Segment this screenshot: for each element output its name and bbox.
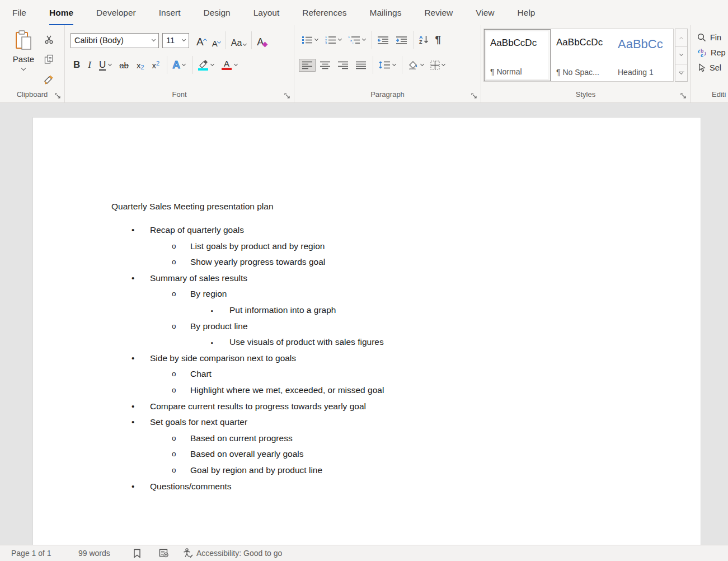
list-bullet: • <box>131 479 134 495</box>
format-painter-button[interactable] <box>41 72 56 87</box>
style-no-spacing[interactable]: AaBbCcDc ¶ No Spac... <box>551 29 612 81</box>
numbering-button[interactable]: 1 2 3 <box>322 33 344 46</box>
document-line: oBy product line <box>33 319 701 335</box>
increase-indent-button[interactable] <box>393 34 410 46</box>
document-page[interactable]: Quarterly Sales Meeting presentation pla… <box>32 117 701 545</box>
show-formatting-marks-button[interactable]: ¶ <box>433 31 444 48</box>
shading-button[interactable] <box>405 58 426 72</box>
list-item-text: Use visuals of product with sales figure… <box>229 337 384 347</box>
format-painter-brush-icon <box>44 74 54 85</box>
change-case-button[interactable]: Aa <box>228 32 250 48</box>
bold-button[interactable]: B <box>71 57 83 73</box>
menu-tab-file[interactable]: File <box>12 0 26 25</box>
copy-button[interactable] <box>41 52 56 67</box>
accessibility-checker-button[interactable]: Accessibility: Good to go <box>182 548 282 558</box>
align-center-button[interactable] <box>317 59 334 72</box>
borders-button[interactable] <box>428 58 448 72</box>
list-bullet: o <box>172 239 176 255</box>
bookmark-icon <box>133 549 142 558</box>
menu-tab-references[interactable]: References <box>302 0 346 25</box>
styles-gallery-more-button[interactable] <box>675 64 688 82</box>
superscript-button[interactable]: x2 <box>149 57 163 73</box>
menu-tab-home[interactable]: Home <box>49 0 73 25</box>
cut-button[interactable] <box>41 32 56 46</box>
document-line: •Recap of quarterly goals <box>33 222 701 239</box>
text-highlight-button[interactable] <box>195 57 217 73</box>
menu-tab-view[interactable]: View <box>476 0 494 25</box>
paragraph-dialog-launcher[interactable] <box>470 92 478 100</box>
list-bullet: ▪ <box>211 303 213 319</box>
list-bullet: • <box>131 350 134 367</box>
menu-tab-mailings[interactable]: Mailings <box>370 0 402 25</box>
cursor-arrow-icon <box>697 63 706 72</box>
font-color-button[interactable]: A <box>219 57 240 73</box>
multilevel-list-button[interactable]: 1 a i <box>345 33 368 46</box>
list-bullet: • <box>131 270 134 287</box>
menu-tab-design[interactable]: Design <box>203 0 230 25</box>
word-count-indicator[interactable]: 99 words <box>78 549 129 558</box>
document-line: oGoal by region and by product line <box>33 462 701 479</box>
style-normal[interactable]: AaBbCcDc ¶ Normal <box>484 29 551 81</box>
shrink-font-button[interactable]: A <box>209 32 223 48</box>
paste-clipboard-icon <box>14 30 33 51</box>
ribbon-group-editing: Fin b c Rep Sel Editi <box>691 25 728 102</box>
font-name-combobox[interactable]: Calibri (Body) <box>71 33 159 48</box>
styles-scroll-down-button[interactable] <box>675 46 688 64</box>
styles-gallery: AaBbCcDc ¶ Normal AaBbCcDc ¶ No Spac... … <box>483 29 674 82</box>
sort-button[interactable]: AZ <box>416 33 431 46</box>
strikethrough-button[interactable]: ab <box>116 57 131 73</box>
styles-scroll-up-button[interactable] <box>675 29 688 46</box>
line-spacing-button[interactable] <box>375 58 398 72</box>
clear-formatting-button[interactable]: A <box>254 32 266 48</box>
styles-gallery-scrollbar <box>675 29 688 82</box>
font-size-combobox[interactable]: 11 <box>162 33 189 48</box>
menu-tab-review[interactable]: Review <box>424 0 453 25</box>
text-effects-button[interactable]: A <box>170 57 188 73</box>
styles-dialog-launcher[interactable] <box>679 92 687 100</box>
proofing-status-button[interactable] <box>129 549 145 558</box>
paste-dropdown-chevron-icon[interactable] <box>21 66 26 71</box>
svg-text:3: 3 <box>325 41 327 44</box>
menu-tab-insert[interactable]: Insert <box>159 0 181 25</box>
font-dialog-launcher[interactable] <box>283 92 291 100</box>
borders-icon <box>430 60 440 70</box>
italic-button[interactable]: I <box>85 57 94 73</box>
grow-font-button[interactable]: A <box>194 32 209 48</box>
paste-button[interactable]: Paste <box>9 30 38 86</box>
menu-tab-help[interactable]: Help <box>518 0 536 25</box>
document-content: Quarterly Sales Meeting presentation pla… <box>33 118 701 494</box>
font-group-label: Font <box>65 88 294 102</box>
list-item-text: Questions/comments <box>150 481 232 491</box>
ribbon: Paste <box>0 25 728 103</box>
numbering-icon: 1 2 3 <box>325 35 336 44</box>
align-left-button[interactable] <box>299 59 316 72</box>
align-right-button[interactable] <box>335 59 351 72</box>
ribbon-group-clipboard: Paste <box>0 25 65 102</box>
list-item-text: Show yearly progress towards goal <box>190 257 325 267</box>
macro-recording-button[interactable] <box>156 549 172 558</box>
replace-button[interactable]: b c Rep <box>697 48 726 57</box>
bullets-button[interactable] <box>299 34 321 46</box>
ribbon-group-paragraph: 1 2 3 1 a i <box>294 25 481 102</box>
justify-button[interactable] <box>353 59 369 72</box>
select-button[interactable]: Sel <box>697 63 726 72</box>
list-bullet: o <box>172 286 176 302</box>
list-bullet: o <box>172 254 176 270</box>
document-line: ▪Put information into a graph <box>33 302 701 319</box>
clipboard-dialog-launcher[interactable] <box>54 92 62 100</box>
find-button[interactable]: Fin <box>697 33 726 42</box>
document-title: Quarterly Sales Meeting presentation pla… <box>111 198 701 214</box>
cut-scissors-icon <box>44 35 54 44</box>
style-heading-1[interactable]: AaBbCc Heading 1 <box>612 29 674 81</box>
multilevel-list-icon: 1 a i <box>348 35 360 44</box>
subscript-button[interactable]: x2 <box>134 57 147 73</box>
align-center-icon <box>320 61 331 69</box>
menu-tab-developer[interactable]: Developer <box>96 0 136 25</box>
replace-icon: b c <box>697 48 707 57</box>
decrease-indent-button[interactable] <box>374 34 392 46</box>
underline-button[interactable]: U <box>96 57 114 73</box>
list-bullet: o <box>172 319 176 335</box>
page-number-indicator[interactable]: Page 1 of 1 <box>11 549 78 558</box>
search-icon <box>697 33 706 42</box>
menu-tab-layout[interactable]: Layout <box>253 0 280 25</box>
